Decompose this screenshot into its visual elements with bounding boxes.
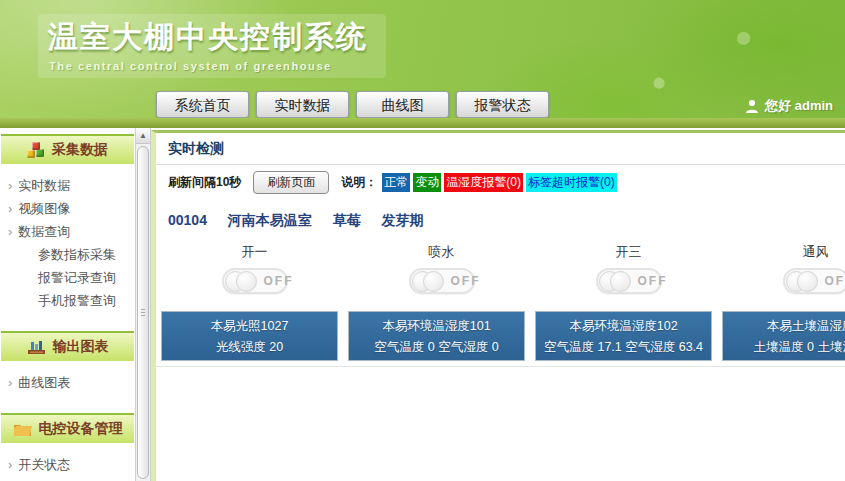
chart-printer-icon (27, 340, 46, 355)
sidebar-item-timer-switch[interactable]: ›定时开关 (0, 476, 135, 481)
tab-curve-chart[interactable]: 曲线图 (356, 91, 449, 118)
toggle-state: OFF (638, 274, 668, 288)
greenhouse-row: 00104 河南本易温室 草莓 发芽期 (168, 212, 845, 230)
sensor-cards-row: 本易光照1027 光线强度 20 本易环境温湿度101 空气温度 0 空气湿度 … (156, 311, 845, 361)
toggle-open-one[interactable]: OFF (222, 268, 288, 294)
toggle-state: OFF (451, 274, 481, 288)
scrollbar-up-arrow-icon[interactable]: ▲ (136, 128, 150, 144)
folder-icon (13, 422, 32, 437)
legend-chip-temp-humidity-alarm: 温湿度报警(0) (444, 173, 523, 192)
toggle-spray-water[interactable]: OFF (409, 268, 475, 294)
header-separator (0, 118, 845, 128)
user-info[interactable]: 您好 admin (745, 97, 833, 115)
toggle-open-three[interactable]: OFF (596, 268, 662, 294)
switch-col-spray-water: 喷水 OFF (348, 243, 535, 294)
main-content: 实时检测 刷新间隔10秒 刷新页面 说明： 正常 变动 温湿度报警(0) 标签超… (151, 130, 845, 481)
app-header: 温室大棚中央控制系统 The central control system of… (0, 0, 845, 128)
legend-label: 说明： (341, 174, 377, 191)
switch-label: 喷水 (429, 243, 455, 261)
panel-title: 实时检测 (156, 133, 845, 165)
sensor-card-title: 本易土壤温湿度 (723, 316, 845, 337)
greenhouse-crop: 草莓 (333, 212, 361, 228)
toggle-state: OFF (264, 274, 294, 288)
sidebar-item-label: 手机报警查询 (38, 293, 116, 308)
refresh-interval-label: 刷新间隔10秒 (168, 174, 241, 191)
sidebar-section-device-management[interactable]: 电控设备管理 (1, 413, 134, 443)
refresh-page-button[interactable]: 刷新页面 (253, 171, 329, 194)
switch-row: 开一 OFF 喷水 OFF 开三 OFF (156, 243, 845, 294)
sensor-card-title: 本易光照1027 (162, 316, 337, 337)
legend-chip-tag-timeout-alarm: 标签超时报警(0) (526, 173, 617, 192)
toggle-knob (412, 271, 444, 292)
colored-cubes-icon (27, 142, 45, 158)
app-subtitle: The central control system of greenhouse (49, 60, 386, 72)
sensor-card-env-101: 本易环境温湿度101 空气温度 0 空气湿度 0 (348, 311, 525, 361)
switch-label: 通风 (803, 243, 829, 261)
app-title: 温室大棚中央控制系统 (48, 17, 386, 58)
sensor-card-value: 空气温度 0 空气湿度 0 (349, 337, 524, 358)
sidebar-section-title: 电控设备管理 (39, 420, 123, 438)
sidebar-list-device-management: ›开关状态 ›定时开关 (0, 443, 135, 481)
sensor-card-soil: 本易土壤温湿度 土壤温度 0 土壤湿度 (722, 311, 845, 361)
toolbar: 刷新间隔10秒 刷新页面 说明： 正常 变动 温湿度报警(0) 标签超时报警(0… (156, 165, 845, 199)
sensor-card-title: 本易环境温湿度102 (536, 316, 711, 337)
sidebar-item-switch-status[interactable]: ›开关状态 (0, 453, 135, 476)
app-title-box: 温室大棚中央控制系统 The central control system of… (38, 14, 386, 78)
sensor-card-value: 光线强度 20 (162, 337, 337, 358)
sensor-card-light: 本易光照1027 光线强度 20 (161, 311, 338, 361)
user-greeting: 您好 admin (765, 97, 833, 115)
sensor-card-title: 本易环境温湿度101 (349, 316, 524, 337)
sensor-card-value: 空气温度 17.1 空气湿度 63.4 (536, 337, 711, 358)
sensor-card-value: 土壤温度 0 土壤湿度 (723, 337, 845, 358)
tab-alarm-status[interactable]: 报警状态 (456, 91, 549, 118)
chevron-right-icon: › (8, 224, 12, 239)
sidebar-section-output-charts[interactable]: 输出图表 (1, 331, 134, 361)
legend-chip-normal: 正常 (382, 173, 410, 192)
legend-chip-change: 变动 (413, 173, 441, 192)
sidebar-scrollbar: ▲ (135, 128, 151, 481)
scrollbar-thumb[interactable] (137, 146, 149, 479)
switch-col-ventilation: 通风 OFF (722, 243, 845, 294)
sidebar-item-label: 实时数据 (18, 178, 70, 193)
main-nav: 系统首页 实时数据 曲线图 报警状态 (156, 91, 549, 118)
user-icon (745, 99, 759, 114)
greenhouse-name: 河南本易温室 (228, 212, 312, 228)
toggle-state: OFF (825, 274, 845, 288)
sidebar: 采集数据 ›实时数据 ›视频图像 ›数据查询 参数指标采集 报警记录查询 手机报… (0, 128, 135, 481)
sidebar-item-phone-alarm-query[interactable]: 手机报警查询 (0, 289, 135, 312)
sidebar-section-title: 输出图表 (53, 338, 109, 356)
tab-system-home[interactable]: 系统首页 (156, 91, 249, 118)
sidebar-item-realtime-data[interactable]: ›实时数据 (0, 174, 135, 197)
switch-col-open-three: 开三 OFF (535, 243, 722, 294)
sidebar-list-data-collection: ›实时数据 ›视频图像 ›数据查询 参数指标采集 报警记录查询 手机报警查询 (0, 164, 135, 325)
chevron-right-icon: › (8, 457, 12, 472)
sidebar-item-label: 视频图像 (18, 201, 70, 216)
sidebar-item-param-index-collect[interactable]: 参数指标采集 (0, 243, 135, 266)
sidebar-item-alarm-record-query[interactable]: 报警记录查询 (0, 266, 135, 289)
sidebar-item-label: 报警记录查询 (38, 270, 116, 285)
toggle-ventilation[interactable]: OFF (783, 268, 845, 294)
sidebar-item-video-images[interactable]: ›视频图像 (0, 197, 135, 220)
sidebar-list-output-charts: ›曲线图表 (0, 361, 135, 407)
sidebar-item-label: 数据查询 (18, 224, 70, 239)
sidebar-item-curve-charts[interactable]: ›曲线图表 (0, 371, 135, 394)
toggle-knob (599, 271, 631, 292)
sensor-card-env-102: 本易环境温湿度102 空气温度 17.1 空气湿度 63.4 (535, 311, 712, 361)
page-root: 温室大棚中央控制系统 The central control system of… (0, 0, 845, 481)
sidebar-section-title: 采集数据 (52, 141, 108, 159)
sidebar-section-data-collection[interactable]: 采集数据 (1, 134, 134, 164)
switch-col-open-one: 开一 OFF (161, 243, 348, 294)
greenhouse-id: 00104 (168, 212, 207, 228)
scrollbar-grip (141, 309, 145, 317)
switch-label: 开三 (616, 243, 642, 261)
toggle-knob (225, 271, 257, 292)
tab-realtime-data[interactable]: 实时数据 (256, 91, 349, 118)
sidebar-item-label: 曲线图表 (18, 375, 70, 390)
chevron-right-icon: › (8, 375, 12, 390)
cards-underline (156, 366, 845, 367)
sidebar-item-label: 参数指标采集 (38, 247, 116, 262)
sidebar-item-label: 开关状态 (18, 457, 70, 472)
sidebar-item-data-query[interactable]: ›数据查询 (0, 220, 135, 243)
toggle-knob (786, 271, 818, 292)
chevron-right-icon: › (8, 178, 12, 193)
